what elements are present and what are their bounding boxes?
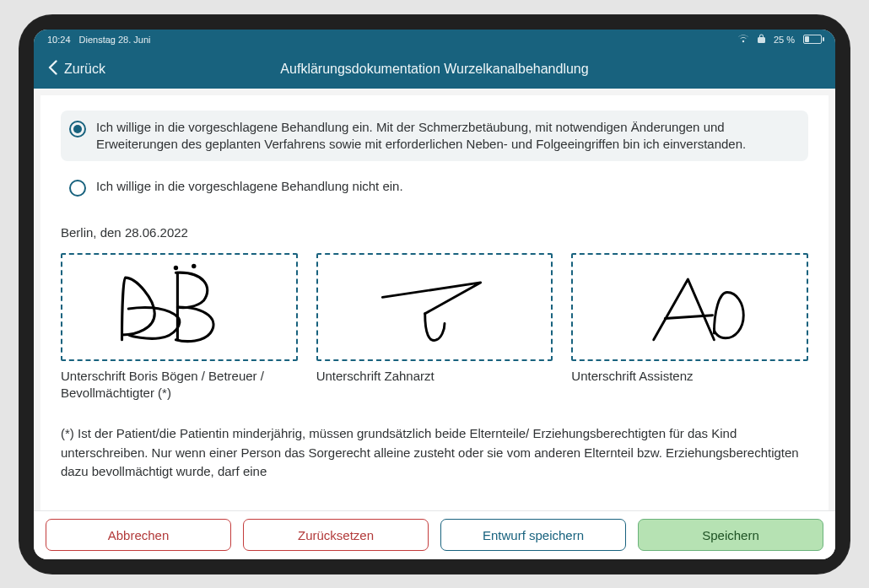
content-card: Ich willige in die vorgeschlagene Behand…: [40, 95, 829, 510]
battery-percent: 25 %: [774, 35, 795, 45]
content-area: Ich willige in die vorgeschlagene Behand…: [34, 89, 835, 510]
status-bar: 10:24 Dienstag 28. Juni 25 %: [34, 30, 835, 50]
battery-icon: [803, 35, 822, 44]
signature-row: Unterschrift Boris Bögen / Betreuer / Be…: [61, 253, 808, 401]
signature-label-dentist: Unterschrift Zahnarzt: [316, 368, 553, 385]
signature-column-assistant: Unterschrift Assistenz: [571, 253, 808, 401]
signature-field-assistant[interactable]: [571, 253, 808, 361]
consent-option-decline[interactable]: Ich willige in die vorgeschlagene Behand…: [61, 170, 808, 205]
bottom-bar: Abbrechen Zurücksetzen Entwurf speichern…: [34, 510, 835, 559]
back-button[interactable]: Zurück: [47, 60, 105, 78]
save-button[interactable]: Speichern: [638, 519, 823, 551]
lock-icon: [758, 34, 765, 45]
consent-option-label: Ich willige in die vorgeschlagene Behand…: [96, 178, 403, 195]
back-label: Zurück: [64, 62, 105, 77]
battery-fill: [805, 36, 809, 42]
wifi-icon: [737, 34, 749, 45]
signature-field-patient[interactable]: [61, 253, 298, 361]
radio-unselected-icon: [69, 180, 86, 197]
footnote: (*) Ist der Patient/die Patientin minder…: [61, 424, 808, 482]
screen: 10:24 Dienstag 28. Juni 25 %: [34, 30, 835, 559]
reset-button[interactable]: Zurücksetzen: [243, 519, 429, 551]
place-date: Berlin, den 28.06.2022: [61, 225, 808, 240]
signature-label-patient: Unterschrift Boris Bögen / Betreuer / Be…: [61, 368, 298, 401]
signature-field-dentist[interactable]: [316, 253, 553, 361]
svg-point-0: [175, 267, 176, 268]
signature-column-dentist: Unterschrift Zahnarzt: [316, 253, 553, 401]
consent-option-label: Ich willige in die vorgeschlagene Behand…: [96, 119, 796, 154]
cancel-button[interactable]: Abbrechen: [46, 519, 231, 551]
status-time: 10:24: [47, 35, 71, 45]
svg-point-1: [193, 265, 195, 267]
chevron-left-icon: [47, 60, 57, 78]
nav-bar: Zurück Aufklärungsdokumentation Wurzelka…: [34, 50, 835, 89]
signature-label-assistant: Unterschrift Assistenz: [571, 368, 808, 385]
signature-column-patient: Unterschrift Boris Bögen / Betreuer / Be…: [61, 253, 298, 401]
tablet-frame: 10:24 Dienstag 28. Juni 25 %: [19, 14, 850, 575]
status-date: Dienstag 28. Juni: [79, 35, 151, 45]
consent-option-agree[interactable]: Ich willige in die vorgeschlagene Behand…: [61, 111, 808, 162]
save-draft-button[interactable]: Entwurf speichern: [440, 519, 626, 551]
radio-selected-icon: [69, 121, 86, 138]
page-title: Aufklärungsdokumentation Wurzelkanalbeha…: [34, 62, 835, 77]
